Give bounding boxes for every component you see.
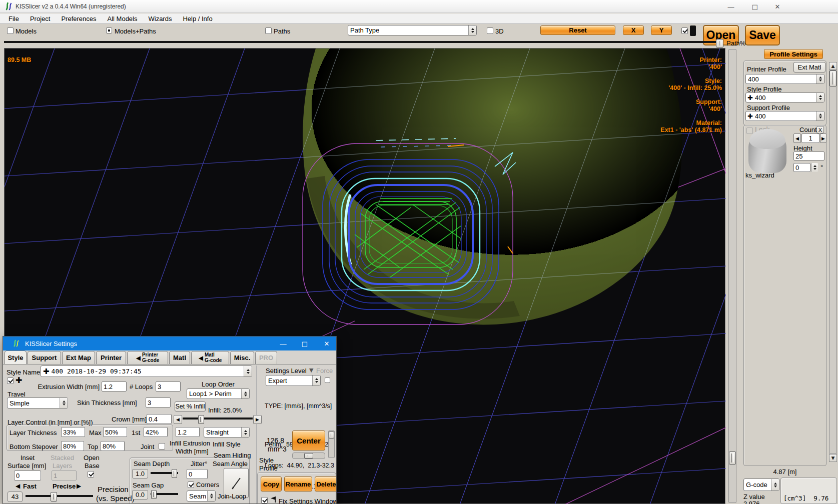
settings-dialog-titlebar[interactable]: KISSlicer Settings — □ ✕ xyxy=(3,336,337,350)
model-close-button[interactable]: X xyxy=(816,126,824,134)
settings-level-spinner-icon[interactable] xyxy=(312,376,320,386)
panel-scroll-down-icon[interactable]: ▼ xyxy=(829,454,837,462)
style-profile-select[interactable]: ✚ 400 xyxy=(745,92,824,102)
joint-checkbox[interactable] xyxy=(159,443,165,450)
rename-button[interactable]: Rename xyxy=(284,476,312,492)
three-d-checkbox[interactable] xyxy=(487,28,493,34)
num-loops-input[interactable] xyxy=(156,382,181,392)
infill-slider-thumb[interactable] xyxy=(198,415,204,424)
tab-printer-gcode[interactable]: ◀ PrinterG-code xyxy=(127,351,168,364)
center-button[interactable]: Center xyxy=(292,430,325,450)
inset-surface-input[interactable] xyxy=(14,470,41,480)
top-stepover-input[interactable] xyxy=(101,441,125,451)
layer-thickness-input[interactable] xyxy=(61,427,85,437)
infill-slider-right-icon[interactable]: ▶ xyxy=(253,415,262,424)
panel-scrollbar-thumb[interactable] xyxy=(829,70,836,86)
settings-level-mini-checkbox[interactable] xyxy=(325,378,330,383)
menu-preferences[interactable]: Preferences xyxy=(56,14,102,24)
menu-file[interactable]: File xyxy=(3,14,25,24)
jitter-input[interactable] xyxy=(187,469,208,479)
window-maximize-button[interactable]: □ xyxy=(746,0,763,12)
height-input[interactable] xyxy=(793,152,824,160)
tab-style[interactable]: Style xyxy=(5,350,27,364)
path-type-spinner-icon[interactable] xyxy=(468,26,476,35)
max-input[interactable] xyxy=(103,427,127,437)
paths-checkbox[interactable] xyxy=(265,28,272,34)
infill-slider-left-icon[interactable]: ◀ xyxy=(174,415,182,424)
count-increment-icon[interactable]: ▶ xyxy=(820,134,826,143)
ext-matl-button[interactable]: Ext Matl xyxy=(793,62,825,72)
count-input[interactable] xyxy=(801,134,819,143)
tab-support[interactable]: Support xyxy=(28,351,61,364)
extrusion-width-input[interactable] xyxy=(102,382,127,392)
support-profile-spinner-icon[interactable] xyxy=(816,112,824,120)
models-checkbox[interactable] xyxy=(7,28,14,34)
tab-ext-map[interactable]: Ext Map xyxy=(62,351,95,364)
dialog-minimize-button[interactable]: — xyxy=(276,336,291,350)
center-vertical-thumb[interactable] xyxy=(329,432,334,438)
infill-extrusion-input[interactable] xyxy=(176,427,200,437)
gcode-spinner-icon[interactable] xyxy=(771,479,779,490)
precision-slider-thumb[interactable] xyxy=(51,492,57,502)
path-type-select[interactable]: Path Type xyxy=(348,25,477,36)
window-minimize-button[interactable]: — xyxy=(722,0,739,12)
join-loop-select[interactable]: Seam xyxy=(187,490,216,502)
window-close-button[interactable]: ✕ xyxy=(769,0,786,12)
loop-order-spinner-icon[interactable] xyxy=(241,389,249,398)
bottom-stepover-input[interactable] xyxy=(61,441,84,451)
infill-style-spinner-icon[interactable] xyxy=(241,428,249,437)
gcode-select[interactable]: G-code xyxy=(743,478,779,491)
dialog-maximize-button[interactable]: □ xyxy=(297,336,312,350)
printer-profile-spinner-icon[interactable] xyxy=(816,74,824,84)
style-enabled-checkbox[interactable] xyxy=(7,378,14,384)
settings-dialog[interactable]: KISSlicer Settings — □ ✕ Style Support E… xyxy=(3,336,337,504)
settings-level-select[interactable]: Expert xyxy=(266,375,321,386)
open-base-checkbox[interactable] xyxy=(88,471,94,478)
corners-checkbox[interactable] xyxy=(188,482,194,488)
precision-slider[interactable] xyxy=(26,495,93,497)
loop-order-select[interactable]: Loop1 > Perim xyxy=(187,388,250,399)
layer-scrollbar-thumb[interactable] xyxy=(729,452,736,464)
skin-thickness-input[interactable] xyxy=(146,398,171,408)
join-loop-spinner-icon[interactable] xyxy=(207,491,215,501)
tab-matl[interactable]: Matl xyxy=(169,351,190,364)
path-percent-slider[interactable] xyxy=(4,41,716,43)
path-percent-slider-thumb[interactable] xyxy=(716,39,723,48)
path-color-checkbox[interactable] xyxy=(681,28,688,34)
panel-scrollbar[interactable] xyxy=(829,70,837,454)
y-view-button[interactable]: Y xyxy=(651,26,672,35)
delete-button[interactable]: Delete xyxy=(315,476,337,492)
panel-scroll-up-icon[interactable]: ▲ xyxy=(829,62,837,70)
count-decrement-icon[interactable]: ◀ xyxy=(793,134,801,143)
printer-profile-select[interactable]: 400 xyxy=(745,74,824,84)
style-name-spinner-icon[interactable] xyxy=(244,366,252,376)
infill-slider[interactable] xyxy=(183,418,253,420)
profile-settings-button[interactable]: Profile Settings xyxy=(764,49,823,59)
fix-settings-checkbox[interactable] xyxy=(261,497,268,504)
x-view-button[interactable]: X xyxy=(623,26,644,35)
travel-select[interactable]: Simple xyxy=(7,398,68,408)
reset-button[interactable]: Reset xyxy=(540,26,615,35)
tab-printer[interactable]: Printer xyxy=(96,351,126,364)
layer-scrollbar[interactable] xyxy=(728,49,736,503)
menu-help-info[interactable]: Help / Info xyxy=(177,14,218,24)
model-thumbnail[interactable] xyxy=(748,129,786,173)
infill-style-select[interactable]: Straight xyxy=(204,427,250,438)
support-profile-select[interactable]: ✚ 400 xyxy=(745,111,824,121)
rotation-spinner-icon[interactable] xyxy=(811,163,818,172)
seam-depth-slider-thumb[interactable] xyxy=(172,469,177,478)
set-infill-button[interactable]: Set % Infill xyxy=(175,402,206,412)
tab-misc[interactable]: Misc. xyxy=(230,351,254,364)
models-paths-radio[interactable] xyxy=(106,28,112,34)
rotation-input[interactable] xyxy=(793,163,810,172)
dialog-close-button[interactable]: ✕ xyxy=(319,336,334,350)
style-name-select[interactable]: ✚ 400 2018-10-29 09:37:45 xyxy=(41,366,252,377)
style-profile-slider-thumb[interactable] xyxy=(304,453,313,458)
save-button[interactable]: Save xyxy=(745,25,780,46)
first-layer-input[interactable] xyxy=(144,427,168,437)
menu-project[interactable]: Project xyxy=(25,14,56,24)
travel-spinner-icon[interactable] xyxy=(60,398,68,408)
seam-gap-slider-thumb[interactable] xyxy=(151,490,157,499)
path-color-swatch-icon[interactable] xyxy=(690,26,696,36)
style-profile-spinner-icon[interactable] xyxy=(816,93,824,102)
